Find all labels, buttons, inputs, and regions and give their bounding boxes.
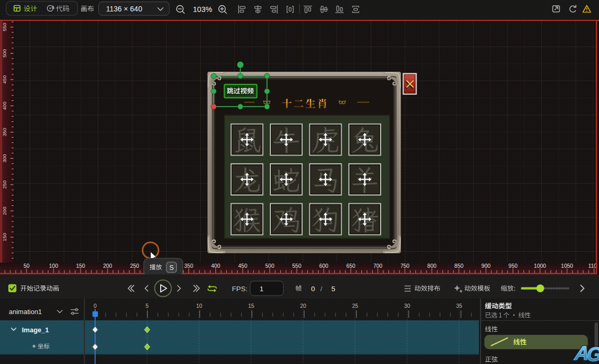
svg-text:15: 15 <box>248 303 254 309</box>
svg-text:950: 950 <box>509 263 518 269</box>
svg-text:600: 600 <box>319 263 329 269</box>
svg-text:100: 100 <box>49 263 58 269</box>
svg-text:300: 300 <box>2 154 7 162</box>
svg-text:1050: 1050 <box>561 263 574 269</box>
svg-text:20: 20 <box>300 303 306 309</box>
svg-text:400: 400 <box>211 263 220 269</box>
svg-text:550: 550 <box>292 263 302 269</box>
svg-text:500: 500 <box>2 49 7 57</box>
svg-text:750: 750 <box>400 263 410 269</box>
svg-text:0: 0 <box>94 303 97 309</box>
svg-text:G: G <box>585 343 599 364</box>
svg-text:200: 200 <box>2 206 7 215</box>
svg-text:350: 350 <box>184 263 193 269</box>
svg-text:400: 400 <box>2 101 7 110</box>
svg-text:5: 5 <box>146 303 149 309</box>
svg-text:25: 25 <box>352 303 358 309</box>
svg-text:0: 0 <box>311 285 315 293</box>
svg-text:10: 10 <box>196 303 202 309</box>
svg-text:900: 900 <box>481 263 491 269</box>
svg-text:150: 150 <box>76 263 85 269</box>
svg-text:35: 35 <box>456 303 462 309</box>
svg-text:1136 × 640: 1136 × 640 <box>106 5 142 13</box>
svg-text:500: 500 <box>265 263 275 269</box>
svg-text:150: 150 <box>2 233 7 241</box>
svg-text:250: 250 <box>2 180 7 189</box>
svg-text:650: 650 <box>346 263 356 269</box>
svg-text:FPS:: FPS: <box>232 285 248 293</box>
svg-text:1000: 1000 <box>534 263 546 269</box>
svg-text:/: / <box>320 285 322 293</box>
svg-text:animation1: animation1 <box>9 308 42 316</box>
svg-text:550: 550 <box>2 23 7 31</box>
svg-text:50: 50 <box>23 263 30 269</box>
svg-text:450: 450 <box>238 263 248 269</box>
svg-text:5: 5 <box>331 285 335 293</box>
svg-text:200: 200 <box>103 263 112 269</box>
svg-text:S: S <box>170 264 174 271</box>
svg-text:1: 1 <box>259 285 264 293</box>
svg-text:350: 350 <box>2 128 7 136</box>
svg-text:250: 250 <box>130 263 139 269</box>
svg-text:Image_1: Image_1 <box>22 326 49 334</box>
svg-text:700: 700 <box>373 263 383 269</box>
svg-text:800: 800 <box>427 263 437 269</box>
svg-text:450: 450 <box>2 75 7 84</box>
svg-text:850: 850 <box>454 263 464 269</box>
svg-text:103%: 103% <box>193 5 212 14</box>
svg-text:30: 30 <box>404 303 410 309</box>
